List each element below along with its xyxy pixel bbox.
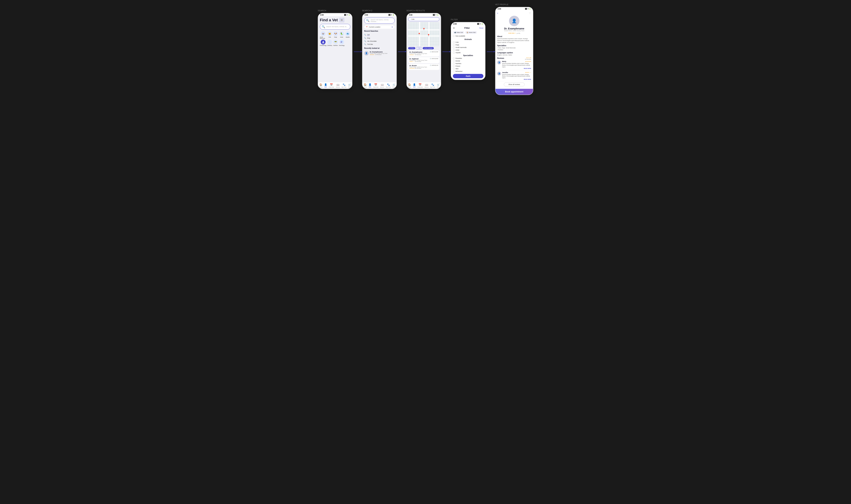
- recently-looked-title: Recently looked at: [364, 47, 395, 49]
- recent-item-chocolate[interactable]: 🔍 Ate chocolate: [364, 40, 395, 43]
- screen1-label: Search: [318, 10, 326, 12]
- map-search-bar[interactable]: ‹ Cats: [408, 17, 439, 21]
- category-label: Cats: [329, 37, 331, 38]
- category-avian[interactable]: 🦜 Avian: [339, 31, 345, 39]
- filter-dogs[interactable]: Dogs: [453, 44, 483, 46]
- category-dogs[interactable]: 🐶 Dogs: [333, 31, 338, 39]
- nav-advice[interactable]: 📖Advice: [336, 83, 340, 88]
- result-card-2[interactable]: Dr. Nightowl Sunset Drive, 12345 Sunny T…: [408, 57, 439, 63]
- result-card-3[interactable]: Dr. Brown Future Drive, 12345 Sunny Town…: [408, 64, 439, 70]
- category-label: Aquatic: [346, 37, 350, 38]
- result-addr-1: Ocean Drive, 12345 Sunny Town: [410, 53, 427, 54]
- now-available-chip[interactable]: ● Now available: [423, 47, 434, 49]
- reviewer-stars-2: ★★★☆☆: [525, 72, 531, 73]
- nav3-vets[interactable]: 👤Vets: [413, 83, 416, 88]
- profile-avatar: 👤: [509, 16, 519, 26]
- filter-poison[interactable]: Poison: [453, 65, 483, 67]
- filter-behaviour[interactable]: Behaviour: [453, 70, 483, 72]
- favorite-icon[interactable]: ♡: [529, 12, 531, 15]
- parasites-checkbox[interactable]: [453, 57, 455, 59]
- nav2-shop[interactable]: 🛒Shop: [393, 83, 396, 88]
- small-mammals-checkbox[interactable]: [453, 47, 455, 48]
- screen3-phone: 3:03 ▋▋ ✈ 🔋 ‹ Cats 📍 📍 📍: [406, 13, 441, 89]
- nav2-vets[interactable]: 👤Vets: [368, 83, 371, 88]
- category-aquatic[interactable]: 🐟 Aquatic: [345, 31, 350, 39]
- screen2-status: 3:03 ▋▋ ✈ 🔋: [362, 13, 396, 16]
- nav3-my-pets[interactable]: 🐾My Pets: [430, 83, 435, 88]
- nav-vets[interactable]: 👤Vets: [324, 83, 327, 88]
- screen2-wrapper: Search 2 3:03 ▋▋ ✈ 🔋 🔍 Search Vet Name, …: [362, 10, 397, 89]
- nav3-advice[interactable]: 📖Advice: [424, 83, 429, 88]
- dogs-icon: 🐶: [333, 31, 338, 36]
- back-icon[interactable]: ‹: [410, 18, 411, 20]
- languages-text: English, German, Italian: [497, 54, 531, 56]
- avian-checkbox[interactable]: [453, 49, 455, 51]
- filter-avian[interactable]: Avian: [453, 49, 483, 51]
- filter-dental[interactable]: Dental: [453, 60, 483, 62]
- filter-reset-button[interactable]: Reset: [479, 27, 483, 29]
- nav-home[interactable]: 🏠Home: [319, 83, 323, 88]
- category-dentistry[interactable]: 🦷 Dentistry: [327, 40, 332, 46]
- home-visit-button[interactable]: 🏠 Home Visit: [465, 31, 477, 34]
- filter-cats[interactable]: Cats: [453, 41, 483, 43]
- recent-item-label: Cat: [367, 34, 369, 36]
- cats-checkbox[interactable]: [453, 41, 455, 43]
- result-left-2: Dr. Nightowl Sunset Drive, 12345 Sunny T…: [410, 58, 427, 62]
- review-header-1: Marty ★★★★★: [502, 60, 531, 62]
- nav2-home[interactable]: 🏠Home: [363, 83, 367, 88]
- read-more-2[interactable]: READ MORE: [502, 79, 531, 80]
- location-bar[interactable]: 📍 Current Location ⊕: [364, 25, 395, 29]
- poison-checkbox[interactable]: [453, 65, 455, 67]
- nav2-my-pets[interactable]: 🐾My Pets: [386, 83, 391, 88]
- filter-aquatic[interactable]: Aquatic: [453, 52, 483, 53]
- now-available-checkbox[interactable]: [453, 35, 455, 37]
- result-card-1[interactable]: Dr. Examplename Ocean Drive, 12345 Sunny…: [408, 50, 439, 56]
- video-call-button[interactable]: 📹 Video Call: [453, 31, 464, 34]
- dental-checkbox[interactable]: [453, 60, 455, 62]
- filter-nutrition[interactable]: Nutrition: [453, 62, 483, 65]
- show-all-reviews-button[interactable]: Show all reviews: [504, 83, 525, 86]
- book-appointment-button[interactable]: Book appointment: [496, 89, 533, 95]
- aquatic-checkbox[interactable]: [453, 52, 455, 53]
- skin-checkbox[interactable]: [453, 68, 455, 70]
- nav2-calendar[interactable]: 📅Calendar: [373, 83, 379, 88]
- nutrition-checkbox[interactable]: [453, 62, 455, 65]
- filter-skin[interactable]: Skin: [453, 68, 483, 70]
- search-bar[interactable]: 🔍 Search Vet Name, Animal, Di...: [320, 24, 350, 30]
- read-more-1[interactable]: READ MORE: [502, 68, 531, 69]
- reviews-title: Reviews: [497, 57, 504, 59]
- sort-chip[interactable]: ≡ Sort: [416, 47, 422, 49]
- nav-calendar[interactable]: 📅Calendar: [329, 83, 334, 88]
- recent-item-tick[interactable]: 🔍 Tick bite: [364, 43, 395, 46]
- map-filters: ⚙ Filters ≡ Sort ● Now available: [408, 47, 439, 49]
- cats-label: Cats: [455, 41, 459, 43]
- search-bar-2[interactable]: 🔍 Search Vet Name, Animal, Disease...: [364, 18, 395, 23]
- nav-my-pets[interactable]: 🐾My Pets: [342, 83, 347, 88]
- category-small-mammals[interactable]: 🐭 Small Mammals: [320, 31, 327, 39]
- category-nutrition[interactable]: 🥗 Nutrition: [333, 40, 338, 46]
- vet-card-small[interactable]: 👤 Dr. Examplename Ocean Drive, 12345 Sun…: [364, 50, 395, 57]
- back-button[interactable]: ‹: [497, 12, 498, 15]
- category-cats[interactable]: 🐱 Cats: [327, 31, 332, 39]
- nav-shop[interactable]: 🛒Shop: [348, 83, 351, 88]
- nav2-advice[interactable]: 📖Advice: [380, 83, 384, 88]
- dogs-checkbox[interactable]: [453, 44, 455, 46]
- nav3-calendar[interactable]: 📅Calendar: [417, 83, 423, 88]
- filter-parasites[interactable]: Parasites: [453, 57, 483, 59]
- search-placeholder[interactable]: Search Vet Name, Animal, Di...: [326, 26, 348, 28]
- search-term: Cats: [411, 18, 415, 20]
- behaviour-checkbox[interactable]: [453, 70, 455, 72]
- apply-button[interactable]: Apply: [453, 74, 483, 78]
- recent-item-dog[interactable]: 🔍 Dog: [364, 37, 395, 40]
- recent-item-cat[interactable]: 🔍 Cat: [364, 33, 395, 37]
- screen4-wrapper: Filter 3:03 ▋▋ ✈ 🔋 ✕ Filter Reset 📹 Vide…: [451, 19, 485, 80]
- nav3-home[interactable]: 🏠Home: [407, 83, 411, 88]
- filter-small-mammals[interactable]: Small mammals: [453, 47, 483, 48]
- filter-close-icon[interactable]: ✕: [453, 26, 455, 30]
- review-text-2: Quod Enchiridion Epictetus stoici scrips…: [502, 74, 531, 79]
- category-parasitology[interactable]: 🔬 Parasitology: [320, 40, 327, 46]
- category-toxicology[interactable]: ⚗️ Toxicology: [339, 40, 345, 46]
- nav3-shop[interactable]: 🛒Shop: [437, 83, 440, 88]
- filters-chip[interactable]: ⚙ Filters: [408, 47, 415, 49]
- about-text: Quod Enchiridion Epictetus stoici scrips…: [497, 38, 531, 43]
